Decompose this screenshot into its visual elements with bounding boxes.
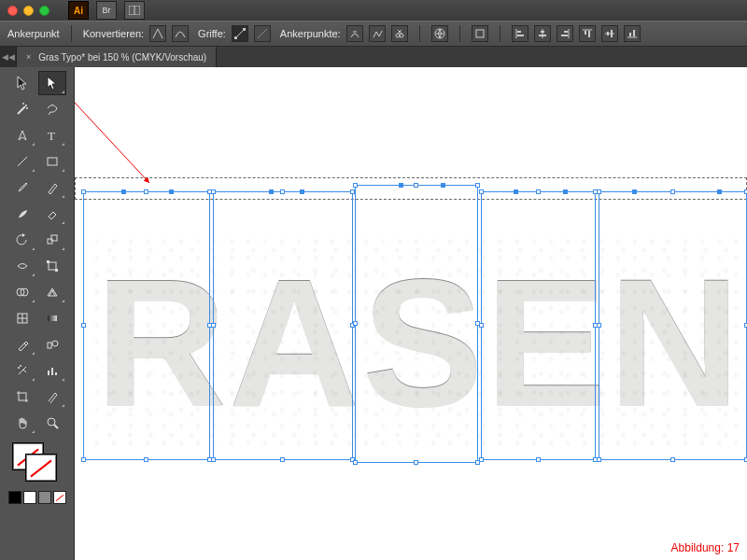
eyedropper-tool[interactable] xyxy=(8,332,36,357)
tab-title: Gras Typo* bei 150 % (CMYK/Vorschau) xyxy=(38,52,206,63)
svg-rect-13 xyxy=(476,30,484,37)
color-black-chip[interactable] xyxy=(8,491,21,504)
svg-point-51 xyxy=(52,341,58,346)
svg-line-63 xyxy=(54,425,58,428)
window-minimize-button[interactable] xyxy=(23,6,34,16)
line-tool[interactable] xyxy=(8,149,36,174)
align-bottom-icon[interactable] xyxy=(624,25,641,42)
svg-point-7 xyxy=(396,34,400,37)
blob-brush-tool[interactable] xyxy=(8,202,36,226)
svg-line-32 xyxy=(18,106,25,114)
cut-path-icon[interactable] xyxy=(391,25,408,42)
svg-rect-41 xyxy=(49,262,56,270)
paintbrush-tool[interactable] xyxy=(8,175,36,200)
arrange-documents-icon[interactable] xyxy=(124,1,145,20)
svg-point-53 xyxy=(20,365,21,367)
tab-close-icon[interactable]: × xyxy=(26,52,31,62)
color-mode-row xyxy=(8,491,66,504)
align-left-icon[interactable] xyxy=(512,25,529,42)
bounding-box[interactable] xyxy=(599,191,747,460)
bounding-box[interactable] xyxy=(481,191,596,460)
blend-tool[interactable] xyxy=(38,332,66,357)
gradient-tool[interactable] xyxy=(38,306,66,330)
shape-builder-tool[interactable] xyxy=(8,280,36,304)
magic-wand-tool[interactable] xyxy=(8,97,36,121)
selection-tool[interactable] xyxy=(8,71,36,95)
svg-point-62 xyxy=(48,418,55,426)
convert-smooth-icon[interactable] xyxy=(172,25,189,42)
document-tab[interactable]: × Gras Typo* bei 150 % (CMYK/Vorschau) xyxy=(17,47,217,67)
align-hcenter-icon[interactable] xyxy=(534,25,551,42)
window-zoom-button[interactable] xyxy=(39,6,49,16)
bounding-box[interactable] xyxy=(355,185,478,463)
zoom-tool[interactable] xyxy=(38,411,66,435)
svg-rect-24 xyxy=(585,31,586,35)
svg-rect-16 xyxy=(517,35,524,36)
rectangle-tool[interactable] xyxy=(38,149,66,174)
svg-rect-15 xyxy=(517,31,521,33)
connect-anchor-icon[interactable] xyxy=(369,25,386,42)
svg-point-52 xyxy=(18,367,20,369)
svg-rect-57 xyxy=(19,393,26,400)
symbol-sprayer-tool[interactable] xyxy=(8,358,36,383)
align-vcenter-icon[interactable] xyxy=(601,25,618,42)
bounding-box[interactable] xyxy=(83,191,210,460)
svg-rect-38 xyxy=(48,158,57,165)
remove-anchor-icon[interactable] xyxy=(346,25,363,42)
scale-tool[interactable] xyxy=(38,228,66,252)
bridge-icon[interactable]: Br xyxy=(96,1,117,20)
lasso-tool[interactable] xyxy=(38,97,66,121)
hide-handles-icon[interactable] xyxy=(254,25,271,42)
hand-tool[interactable] xyxy=(8,411,36,435)
type-tool[interactable]: T xyxy=(38,123,66,147)
control-bar-mode-label: Ankerpunkt xyxy=(7,28,60,39)
slice-tool[interactable] xyxy=(38,385,66,409)
document-canvas[interactable]: RASEN Abbildung: 17 xyxy=(75,67,747,560)
free-transform-tool[interactable] xyxy=(38,254,66,278)
fill-stroke-swatch[interactable] xyxy=(12,442,63,485)
svg-rect-27 xyxy=(607,32,609,35)
svg-rect-28 xyxy=(611,30,613,37)
color-gradient-chip[interactable] xyxy=(38,491,51,504)
eraser-tool[interactable] xyxy=(38,202,66,226)
svg-line-5 xyxy=(258,29,267,38)
annotation-arrow xyxy=(75,73,168,194)
svg-line-64 xyxy=(75,77,149,183)
align-right-icon[interactable] xyxy=(557,25,573,42)
pen-tool[interactable] xyxy=(8,123,36,147)
show-handles-icon[interactable] xyxy=(232,25,248,42)
app-badge-row: Ai Br xyxy=(68,1,145,20)
align-artboard-icon[interactable] xyxy=(472,25,488,42)
mesh-tool[interactable] xyxy=(8,306,36,330)
tools-panel: T xyxy=(0,67,75,560)
svg-rect-50 xyxy=(48,343,51,348)
convert-corner-icon[interactable] xyxy=(149,25,166,42)
pencil-tool[interactable] xyxy=(38,175,66,200)
anchors-label: Ankerpunkte: xyxy=(280,28,341,39)
color-none-chip[interactable] xyxy=(53,491,66,504)
panel-collapse-icon[interactable]: ◀◀ xyxy=(0,47,17,67)
svg-point-33 xyxy=(25,105,27,106)
convert-label: Konvertieren: xyxy=(83,28,144,39)
svg-rect-19 xyxy=(539,35,546,36)
direct-selection-tool[interactable] xyxy=(38,71,66,95)
stroke-swatch[interactable] xyxy=(25,454,57,482)
width-tool[interactable] xyxy=(8,254,36,278)
rotate-tool[interactable] xyxy=(8,228,36,252)
svg-rect-56 xyxy=(55,372,57,375)
artboard-tool[interactable] xyxy=(8,385,36,409)
perspective-grid-tool[interactable] xyxy=(38,280,66,304)
svg-rect-55 xyxy=(51,368,53,375)
svg-rect-25 xyxy=(588,31,590,37)
align-top-icon[interactable] xyxy=(579,25,596,42)
column-graph-tool[interactable] xyxy=(38,358,66,383)
bounding-box[interactable] xyxy=(213,191,353,460)
isolate-icon[interactable] xyxy=(431,25,448,42)
svg-point-34 xyxy=(22,103,24,105)
svg-rect-30 xyxy=(629,33,631,36)
svg-rect-21 xyxy=(564,31,568,33)
svg-rect-43 xyxy=(55,269,58,272)
color-white-chip[interactable] xyxy=(23,491,36,504)
window-close-button[interactable] xyxy=(7,6,18,16)
window-titlebar: Ai Br xyxy=(0,0,747,21)
